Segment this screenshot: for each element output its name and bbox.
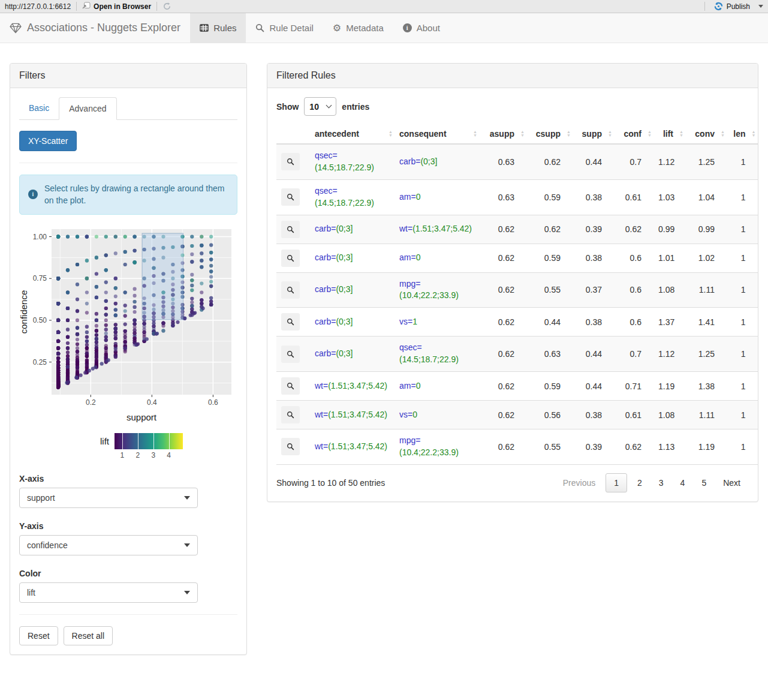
table-row: carb=(0;3]wt=(1.51;3.47;5.42)0.620.620.3… [276,215,758,244]
magnifier-icon [287,158,294,166]
table-row: carb=(0;3]am=00.620.590.380.61.011.021 [276,244,758,272]
inspect-rule-button[interactable] [281,313,300,331]
magnifier-icon [287,443,294,450]
xy-scatter-button[interactable]: XY-Scatter [19,131,77,151]
magnifier-icon [287,382,294,390]
magnifier-icon [287,193,294,201]
column-header-antecedent[interactable]: antecedent▲▼ [310,124,394,144]
publish-icon [714,2,723,11]
app-brand: Associations - Nuggets Explorer [0,13,190,43]
inspect-rule-button[interactable] [281,377,300,395]
column-header-lift[interactable]: lift▲▼ [653,124,685,144]
tab-advanced[interactable]: Advanced [59,97,116,120]
navbar-tab-metadata[interactable]: ⚙Metadata [323,13,393,43]
inspect-rule-button[interactable] [281,281,300,299]
magnifier-icon [287,254,294,262]
inspect-rule-button[interactable] [281,188,300,206]
x-axis-select[interactable]: support [19,488,198,508]
open-in-browser-button[interactable]: Open in Browser [82,2,151,11]
chevron-down-icon [184,591,190,594]
y-axis-label: Y-axis [19,521,237,531]
column-header-csupp[interactable]: csupp▲▼ [526,124,573,144]
publish-button[interactable]: Publish [727,2,750,11]
inspect-rule-button[interactable] [281,346,300,363]
svg-text:0.50: 0.50 [33,316,47,325]
column-header-conv[interactable]: conv▲▼ [685,124,727,144]
legend-label: lift [100,433,109,446]
column-header-consequent[interactable]: consequent▲▼ [394,124,479,144]
color-label: Color [19,569,237,578]
toolbar-divider [76,2,77,11]
plot-color-legend: lift 1234 [46,433,237,461]
page-length-select[interactable]: 10 [304,97,336,116]
pagination-previous[interactable]: Previous [555,474,604,492]
gem-icon [10,23,22,34]
refresh-icon[interactable] [162,2,171,11]
navbar-tab-about[interactable]: iAbout [393,13,450,43]
open-in-browser-icon [82,2,91,11]
table-row: qsec=(14.5;18.7;22.9)carb=(0;3]0.630.620… [276,144,758,179]
inspect-rule-button[interactable] [281,250,300,267]
svg-text:0.4: 0.4 [147,398,157,407]
reset-button[interactable]: Reset [19,626,58,645]
app-title: Associations - Nuggets Explorer [27,22,180,34]
navbar-tab-rule-detail[interactable]: Rule Detail [246,13,323,43]
legend-tick-label: 1 [121,451,125,459]
sort-icon: ▲▼ [388,130,393,137]
magnifier-icon [255,23,264,32]
app-navbar: Associations - Nuggets Explorer RulesRul… [0,13,768,43]
toolbar-divider [704,2,705,11]
scatter-plot[interactable]: 0.20.40.60.250.500.751.00supportconfiden… [19,224,237,461]
navbar-tab-rules[interactable]: Rules [190,13,246,43]
column-header-supp[interactable]: supp▲▼ [573,124,614,144]
show-label: Show [276,102,299,112]
tab-basic[interactable]: Basic [19,97,59,120]
filters-panel: Filters Basic Advanced XY-Scatter i Sele… [10,63,247,655]
inspect-rule-button[interactable] [281,438,300,455]
inspect-rule-button[interactable] [281,221,300,238]
column-header-len[interactable]: len▲▼ [727,124,758,144]
info-alert-text: Select rules by drawing a rectangle arou… [44,182,228,207]
sort-icon: ▲▼ [679,130,683,137]
sort-icon: ▲▼ [647,130,652,137]
y-axis-select[interactable]: confidence [19,535,198,555]
chevron-down-icon [184,496,190,500]
pagination-page-1[interactable]: 1 [606,473,627,492]
color-select[interactable]: lift [19,582,198,603]
table-row: wt=(1.51;3.47;5.42)mpg=(10.4;22.2;33.9)0… [276,429,758,465]
info-icon: i [28,190,38,199]
address-url: http://127.0.0.1:6612 [5,2,71,11]
reset-all-button[interactable]: Reset all [64,626,113,645]
sort-icon: ▲▼ [473,130,477,137]
sort-icon: ▲▼ [752,130,756,137]
legend-tick [169,433,170,449]
pagination-next[interactable]: Next [715,474,749,492]
filtered-rules-title: Filtered Rules [267,64,758,88]
sort-icon: ▲▼ [721,130,725,137]
publish-dropdown-caret[interactable] [758,5,763,8]
table-row: wt=(1.51;3.47;5.42)vs=00.620.560.380.611… [276,401,758,429]
legend-tick [153,433,154,449]
toolbar-divider [156,2,157,11]
pagination: Previous12345Next [555,473,749,492]
table-row: carb=(0;3]mpg=(10.4;22.2;33.9)0.620.550.… [276,272,758,308]
svg-text:support: support [127,412,157,422]
info-alert: i Select rules by drawing a rectangle ar… [19,175,237,215]
magnifier-icon [287,350,294,358]
table-row: carb=(0;3]qsec=(14.5;18.7;22.9)0.620.630… [276,337,758,372]
pagination-page-2[interactable]: 2 [629,474,650,492]
inspect-rule-button[interactable] [281,406,300,423]
column-header-asupp[interactable]: asupp▲▼ [479,124,526,144]
legend-tick-label: 3 [151,451,155,459]
gear-icon: ⚙ [333,23,341,33]
table-icon [200,24,209,32]
magnifier-icon [287,318,294,326]
pagination-page-4[interactable]: 4 [672,474,694,492]
inspect-rule-button[interactable] [281,153,300,170]
pagination-page-5[interactable]: 5 [693,474,715,492]
pagination-page-3[interactable]: 3 [650,474,672,492]
sort-icon: ▲▼ [520,130,525,137]
legend-tick [122,433,123,449]
sort-icon: ▲▼ [608,130,612,137]
column-header-conf[interactable]: conf▲▼ [614,124,653,144]
